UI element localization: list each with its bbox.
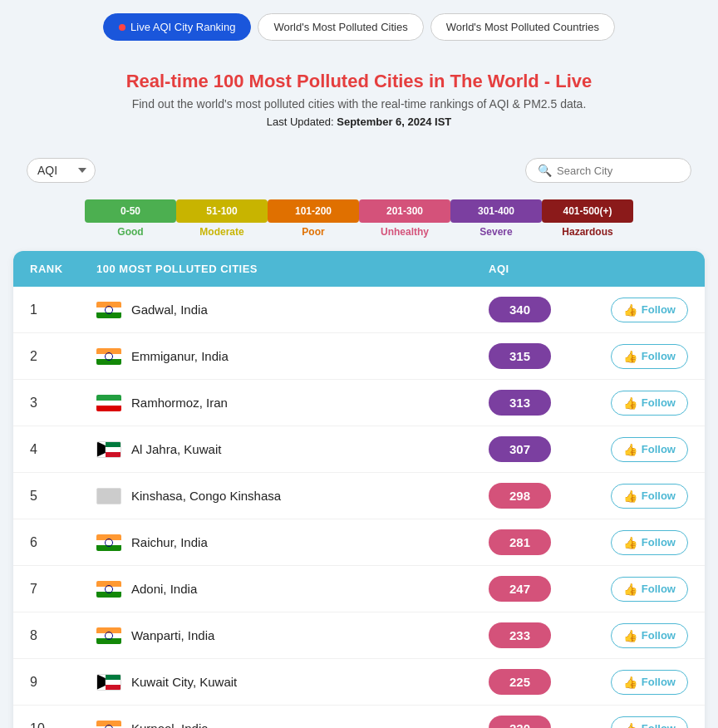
aqi-cell: 313 [489, 390, 588, 416]
aqi-value: 281 [489, 529, 551, 555]
thumbs-up-icon: 👍 [623, 722, 637, 729]
city-cell: Kurnool, India [96, 721, 489, 729]
legend-label: Moderate [199, 226, 243, 238]
follow-button[interactable]: 👍 Follow [611, 716, 688, 729]
table-row: 8 Wanparti, India 233 👍 Follow [13, 612, 705, 659]
aqi-select[interactable]: AQI PM2.5 [27, 158, 96, 183]
thumbs-up-icon: 👍 [623, 629, 637, 642]
city-cell: Kinshasa, Congo Kinshasa [96, 488, 489, 504]
aqi-value: 220 [489, 716, 551, 728]
legend-item-severe: 301-400 Severe [450, 199, 542, 238]
hero-section: Real-time 100 Most Polluted Cities in Th… [0, 51, 718, 148]
table-row: 6 Raichur, India 281 👍 Follow [13, 519, 705, 566]
flag-icon [96, 674, 121, 691]
thumbs-up-icon: 👍 [623, 303, 637, 317]
city-cell: Emmiganur, India [96, 348, 489, 365]
aqi-legend: 0-50 Good 51-100 Moderate 101-200 Poor 2… [0, 193, 718, 251]
follow-label: Follow [642, 536, 676, 548]
city-name: Adoni, India [131, 582, 197, 596]
aqi-cell: 247 [489, 576, 588, 602]
follow-cell: 👍 Follow [588, 437, 688, 462]
legend-item-poor: 101-200 Poor [268, 199, 359, 238]
table-body: 1 Gadwal, India 340 👍 Follow 2 Emmiganur… [13, 287, 705, 728]
tab-live-aqi[interactable]: Live AQI City Ranking [103, 13, 251, 41]
thumbs-up-icon: 👍 [623, 350, 637, 363]
table-row: 1 Gadwal, India 340 👍 Follow [13, 287, 705, 333]
follow-label: Follow [642, 350, 676, 362]
follow-button[interactable]: 👍 Follow [611, 437, 688, 462]
follow-button[interactable]: 👍 Follow [611, 623, 688, 648]
follow-cell: 👍 Follow [588, 577, 688, 602]
legend-item-hazardous: 401-500(+) Hazardous [542, 199, 633, 238]
city-cell: Raichur, India [96, 534, 489, 551]
table-row: 2 Emmiganur, India 315 👍 Follow [13, 333, 705, 380]
legend-label: Unhealthy [381, 226, 429, 238]
follow-label: Follow [642, 583, 676, 595]
city-name: Kuwait City, Kuwait [131, 675, 237, 689]
table-row: 4 Al Jahra, Kuwait 307 👍 Follow [13, 426, 705, 473]
aqi-cell: 340 [489, 297, 588, 322]
thumbs-up-icon: 👍 [623, 676, 637, 689]
tab-most-polluted-cities-label: World's Most Polluted Cities [273, 21, 407, 33]
aqi-cell: 281 [489, 529, 588, 555]
aqi-value: 247 [489, 576, 551, 602]
follow-label: Follow [642, 722, 676, 728]
follow-cell: 👍 Follow [588, 530, 688, 555]
legend-bar: 401-500(+) [542, 199, 633, 223]
follow-button[interactable]: 👍 Follow [611, 298, 688, 322]
rank-number: 6 [30, 535, 96, 550]
legend-item-moderate: 51-100 Moderate [176, 199, 268, 238]
follow-button[interactable]: 👍 Follow [611, 391, 688, 416]
follow-button[interactable]: 👍 Follow [611, 344, 688, 369]
aqi-value: 233 [489, 622, 551, 648]
follow-cell: 👍 Follow [588, 344, 688, 369]
thumbs-up-icon: 👍 [623, 443, 637, 456]
follow-button[interactable]: 👍 Follow [611, 484, 688, 509]
legend-bar: 201-300 [359, 199, 450, 223]
city-cell: Kuwait City, Kuwait [96, 674, 489, 691]
rank-number: 8 [30, 628, 96, 643]
search-icon: 🔍 [538, 164, 552, 177]
legend-label: Good [117, 226, 143, 238]
follow-label: Follow [642, 629, 676, 642]
search-input[interactable] [557, 165, 679, 177]
controls-bar: AQI PM2.5 🔍 [0, 148, 718, 193]
rank-number: 5 [30, 489, 96, 504]
follow-button[interactable]: 👍 Follow [611, 670, 688, 695]
table-row: 7 Adoni, India 247 👍 Follow [13, 566, 705, 612]
table-row: 3 Ramhormoz, Iran 313 👍 Follow [13, 380, 705, 426]
table-row: 10 Kurnool, India 220 👍 Follow [13, 706, 705, 728]
city-cell: Adoni, India [96, 581, 489, 598]
table-row: 5 Kinshasa, Congo Kinshasa 298 👍 Follow [13, 473, 705, 519]
follow-button[interactable]: 👍 Follow [611, 530, 688, 555]
header-cities: 100 MOST POLLUTED CITIES [96, 263, 489, 275]
aqi-value: 307 [489, 436, 551, 462]
aqi-value: 225 [489, 669, 551, 695]
tab-most-polluted-countries-label: World's Most Polluted Countries [446, 21, 599, 33]
city-name: Emmiganur, India [131, 349, 229, 363]
legend-label: Poor [302, 226, 324, 238]
legend-bar: 0-50 [85, 199, 176, 223]
search-bar: 🔍 [525, 158, 691, 183]
tab-most-polluted-countries[interactable]: World's Most Polluted Countries [430, 13, 615, 41]
table-row: 9 Kuwait City, Kuwait 225 👍 Follow [13, 659, 705, 706]
legend-bar: 301-400 [450, 199, 542, 223]
follow-button[interactable]: 👍 Follow [611, 577, 688, 602]
thumbs-up-icon: 👍 [623, 583, 637, 596]
city-name: Ramhormoz, Iran [131, 396, 228, 410]
hero-subtitle: Find out the world's most polluted citie… [33, 97, 685, 111]
aqi-cell: 220 [489, 716, 588, 728]
city-cell: Al Jahra, Kuwait [96, 441, 489, 458]
aqi-value: 340 [489, 297, 551, 322]
city-name: Kinshasa, Congo Kinshasa [131, 489, 281, 503]
rank-number: 4 [30, 442, 96, 457]
flag-icon [96, 627, 121, 644]
aqi-cell: 298 [489, 483, 588, 509]
aqi-value: 313 [489, 390, 551, 416]
live-indicator [119, 24, 125, 31]
rank-number: 7 [30, 582, 96, 597]
legend-bar: 101-200 [268, 199, 359, 223]
tab-most-polluted-cities[interactable]: World's Most Polluted Cities [258, 13, 423, 41]
city-name: Kurnool, India [131, 721, 209, 728]
rank-number: 1 [30, 303, 96, 317]
